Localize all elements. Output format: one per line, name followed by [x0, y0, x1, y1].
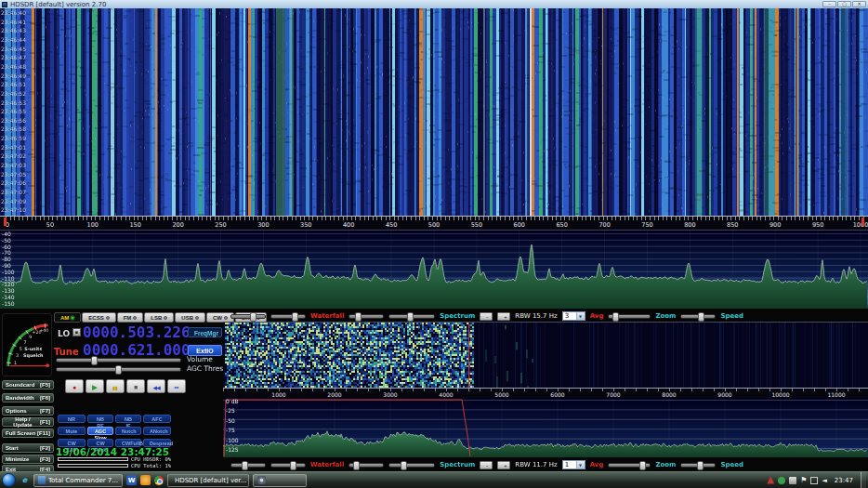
dsp-button-agc-slow[interactable]: AGC Slow — [87, 427, 113, 435]
frequency-tick-label: 650 — [556, 221, 567, 229]
dsp-button-nb-rf[interactable]: NB RF — [87, 415, 113, 423]
combo-arrow-icon[interactable]: ▼ — [576, 461, 585, 468]
close-button[interactable]: ✕ — [852, 1, 866, 7]
lo-sync-button[interactable]: ▪ — [72, 328, 81, 336]
frequency-tick-label: 350 — [300, 221, 311, 229]
dsp-button-notch[interactable]: Notch — [115, 427, 141, 435]
dsp-button-anotch[interactable]: ANotch — [143, 427, 171, 435]
dsp-button-afc[interactable]: AFC — [143, 415, 171, 423]
volume-slider[interactable] — [56, 358, 181, 363]
frequency-tick-label: 1000 — [853, 221, 868, 229]
s-meter[interactable]: 1 3 5 7 9 +20 +40 S-units Squelch — [2, 313, 52, 376]
rbw-decrease-button-top[interactable]: - — [480, 312, 493, 321]
freqmgr-button[interactable]: FreqMgr — [188, 327, 222, 337]
frequency-scale-ticks — [6, 217, 864, 220]
sidebar-button-key: [F6] — [40, 395, 50, 401]
zoom-slider-bottom[interactable] — [608, 463, 651, 468]
total-commander-taskbar-button[interactable]: Total Commander 7... — [33, 474, 123, 487]
mode-button-am[interactable]: AM — [54, 312, 81, 323]
mode-button-lsb[interactable]: LSB — [144, 312, 174, 323]
hdsdr-taskbar-button[interactable]: HDSDR [default] ver... — [167, 474, 249, 487]
spectrum-range-slider-top[interactable] — [388, 314, 435, 319]
speed-slider-top[interactable] — [680, 314, 716, 319]
audio-spectrum-display[interactable]: 0 dB-25-50-75-100-125 — [223, 398, 868, 457]
dsp-button-nb-if[interactable]: NB IF — [115, 415, 141, 423]
rewind-button[interactable]: ◀◀ — [147, 379, 165, 393]
dsp-button-nr[interactable]: NR — [58, 415, 85, 423]
lo-frequency-display[interactable]: 0000.503.226 — [83, 325, 191, 340]
zoom-slider-top[interactable] — [608, 314, 651, 319]
tray-speaker-icon[interactable]: ◄ — [822, 477, 826, 484]
internet-explorer-icon[interactable]: e — [20, 475, 30, 485]
sidebar-button-options[interactable]: Options[F7] — [2, 406, 54, 415]
sidebar-button-key: [F5] — [40, 382, 50, 388]
dsp-button-mute[interactable]: Mute — [58, 427, 85, 435]
sidebar-button-soundcard[interactable]: Soundcard[F5] — [2, 380, 54, 389]
waterfall-timestamp: 23:46:47 — [1, 54, 26, 60]
spectrum-min-slider-top[interactable] — [349, 314, 384, 319]
spectrum-range-slider-bottom[interactable] — [388, 463, 435, 468]
rbw-decrease-button-bottom[interactable]: - — [480, 461, 493, 469]
start-button[interactable] — [2, 473, 16, 487]
audio-waterfall-canvas[interactable] — [223, 323, 868, 388]
rf-waterfall-display[interactable]: 23:46:4023:46:4123:46:4323:46:4423:46:45… — [0, 8, 868, 216]
sidebar-button-bandwidth[interactable]: Bandwidth[F6] — [2, 393, 54, 402]
avg-select-top[interactable]: 3 ▼ — [562, 311, 585, 321]
screenshot-tool-taskbar-button[interactable] — [253, 474, 307, 487]
hdsdr-application-window: HDSDR [default] version 2.70 – ▢ ✕ 23:46… — [0, 0, 868, 488]
waterfall-brightness-slider-bottom[interactable] — [230, 463, 266, 468]
maximize-button[interactable]: ▢ — [837, 1, 851, 7]
mode-button-label: AM — [60, 315, 69, 321]
mode-button-ecss[interactable]: ECSS — [82, 312, 115, 323]
agc-threshold-slider[interactable] — [56, 367, 181, 372]
avg-select-bottom[interactable]: 1 ▼ — [562, 460, 585, 469]
rf-frequency-scale[interactable]: 0501001502002503003504004505005506006507… — [0, 216, 868, 231]
sidebar-button-help-update[interactable]: Help / Update[F1] — [2, 417, 54, 427]
mode-button-label: CW — [213, 315, 222, 321]
tune-frequency-display[interactable]: 0000.621.000 — [83, 343, 191, 358]
pause-button[interactable]: ▮▮ — [106, 379, 125, 393]
rf-waterfall-canvas[interactable] — [0, 8, 868, 216]
chrome-icon[interactable] — [154, 476, 164, 485]
play-button[interactable]: ▶ — [85, 379, 104, 393]
sidebar-button-label: Start — [6, 445, 19, 451]
mode-button-usb[interactable]: USB — [175, 312, 205, 323]
tray-printer-icon[interactable] — [789, 477, 796, 484]
audio-waterfall-display[interactable] — [223, 322, 868, 388]
office-icon[interactable] — [140, 475, 151, 485]
mode-button-fm[interactable]: FM — [117, 312, 144, 323]
tray-window-icon[interactable] — [810, 477, 818, 484]
word-icon[interactable]: W — [126, 475, 137, 485]
rewind-icon: ◀◀ — [153, 385, 161, 390]
mode-buttons: AMECSSFMLSBUSBCWDRM — [54, 312, 223, 323]
sidebar-button-minimize[interactable]: Minimize[F3] — [2, 455, 54, 464]
frequency-tick-label: 850 — [727, 221, 738, 229]
show-desktop-button[interactable] — [861, 472, 866, 488]
waterfall-contrast-slider-top[interactable] — [270, 314, 306, 319]
avg-label-bottom: Avg — [590, 461, 604, 468]
tray-flag-icon[interactable]: ⚑ — [800, 477, 807, 484]
stop-button[interactable]: ■ — [126, 379, 145, 393]
rbw-increase-button-bottom[interactable]: + — [497, 461, 510, 469]
combo-arrow-icon[interactable]: ▼ — [576, 312, 585, 320]
rf-spectrum-display[interactable]: -40-50-60-70-80-90-100-110-120-130-140-1… — [0, 231, 868, 309]
speed-slider-bottom[interactable] — [680, 463, 716, 468]
rf-spectrum-canvas[interactable] — [0, 231, 868, 309]
loop-button[interactable]: ∞ — [167, 379, 186, 393]
record-button[interactable]: ● — [65, 379, 84, 393]
sidebar-button-full-screen[interactable]: Full Screen[F11] — [2, 429, 54, 438]
tray-status-icon[interactable] — [778, 477, 785, 484]
spectrum-min-slider-bottom[interactable] — [349, 463, 384, 468]
rbw-increase-button-top[interactable]: + — [497, 312, 510, 321]
minimize-button[interactable]: – — [822, 1, 836, 7]
stop-icon: ■ — [134, 384, 138, 390]
waterfall-brightness-slider-top[interactable] — [230, 314, 266, 319]
audio-frequency-scale[interactable]: 1000200030004000500060007000800090001000… — [223, 388, 868, 398]
sidebar-button-start[interactable]: Start[F2] — [2, 443, 54, 453]
tray-alert-icon[interactable] — [767, 477, 774, 484]
frequency-tick-label: 550 — [471, 221, 482, 229]
waterfall-contrast-slider-bottom[interactable] — [270, 463, 306, 468]
audio-spectrum-canvas[interactable] — [223, 398, 868, 457]
title-bar[interactable]: HDSDR [default] version 2.70 — [0, 0, 868, 8]
audio-display-controls-top: Waterfall Spectrum - + RBW 15.7 Hz 3 ▼ A… — [223, 310, 868, 322]
